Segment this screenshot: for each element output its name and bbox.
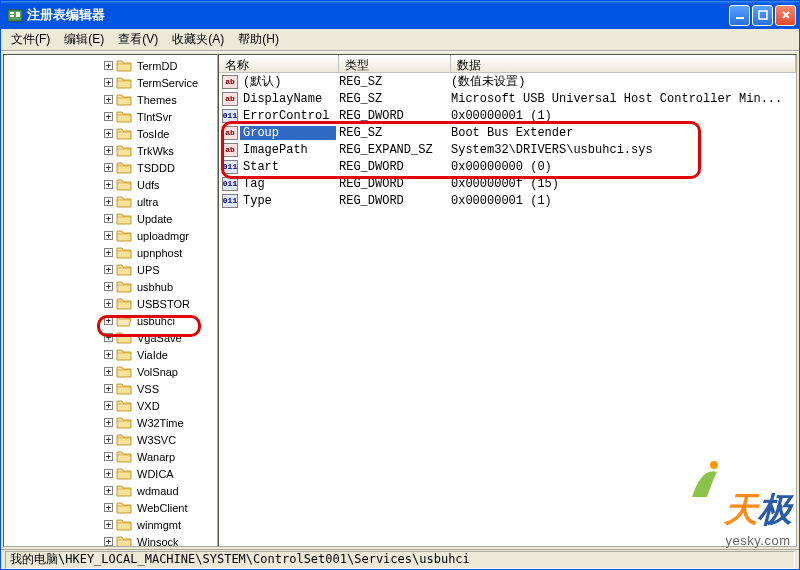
tree-item-label: TermDD [135, 60, 179, 72]
tree-item[interactable]: +Update [4, 210, 217, 227]
value-row[interactable]: 011TagREG_DWORD0x0000000f (15) [219, 175, 796, 192]
tree-item-label: W3SVC [135, 434, 178, 446]
value-row[interactable]: 011ErrorControlREG_DWORD0x00000001 (1) [219, 107, 796, 124]
value-row[interactable]: 011StartREG_DWORD0x00000000 (0) [219, 158, 796, 175]
tree-item[interactable]: +uploadmgr [4, 227, 217, 244]
column-data[interactable]: 数据 [451, 55, 796, 72]
expand-icon[interactable]: + [104, 112, 113, 121]
tree-item[interactable]: +Udfs [4, 176, 217, 193]
tree-item-label: Update [135, 213, 174, 225]
column-type[interactable]: 类型 [339, 55, 451, 72]
value-name: ImagePath [240, 143, 336, 157]
tree-item[interactable]: +W32Time [4, 414, 217, 431]
expand-icon[interactable]: + [104, 401, 113, 410]
string-value-icon: ab [222, 143, 238, 157]
value-type: REG_SZ [336, 75, 448, 89]
content-area: +TermDD+TermService+Themes+TlntSvr+TosId… [1, 51, 799, 549]
value-name: Tag [240, 177, 336, 191]
expand-icon[interactable]: + [104, 333, 113, 342]
tree-item[interactable]: +Themes [4, 91, 217, 108]
expand-icon[interactable]: + [104, 197, 113, 206]
tree-item[interactable]: +usbhub [4, 278, 217, 295]
tree-item[interactable]: +Wanarp [4, 448, 217, 465]
folder-icon [116, 229, 132, 243]
close-button[interactable] [775, 5, 796, 26]
tree-item[interactable]: +VXD [4, 397, 217, 414]
expand-icon[interactable]: + [104, 469, 113, 478]
tree-item[interactable]: +USBSTOR [4, 295, 217, 312]
expand-icon[interactable]: + [104, 265, 113, 274]
tree-item-label: WDICA [135, 468, 176, 480]
folder-icon [116, 467, 132, 481]
minimize-button[interactable] [729, 5, 750, 26]
tree-pane[interactable]: +TermDD+TermService+Themes+TlntSvr+TosId… [3, 54, 218, 547]
tree-item[interactable]: +ViaIde [4, 346, 217, 363]
maximize-button[interactable] [752, 5, 773, 26]
tree-item[interactable]: +upnphost [4, 244, 217, 261]
tree-item[interactable]: +TermService [4, 74, 217, 91]
value-type: REG_DWORD [336, 109, 448, 123]
expand-icon[interactable]: + [104, 537, 113, 546]
expand-icon[interactable]: + [104, 231, 113, 240]
tree-item[interactable]: +VgaSave [4, 329, 217, 346]
expand-icon[interactable]: + [104, 214, 113, 223]
value-row[interactable]: ab(默认)REG_SZ(数值未设置) [219, 73, 796, 90]
tree-item[interactable]: +TermDD [4, 57, 217, 74]
tree-item[interactable]: +UPS [4, 261, 217, 278]
list-body[interactable]: ab(默认)REG_SZ(数值未设置)abDisplayNameREG_SZMi… [219, 73, 796, 546]
tree-item[interactable]: +winmgmt [4, 516, 217, 533]
folder-icon [116, 399, 132, 413]
tree-item[interactable]: +wdmaud [4, 482, 217, 499]
titlebar[interactable]: 注册表编辑器 [1, 1, 799, 29]
tree-item[interactable]: +WebClient [4, 499, 217, 516]
value-row[interactable]: abImagePathREG_EXPAND_SZSystem32\DRIVERS… [219, 141, 796, 158]
expand-icon[interactable]: + [104, 248, 113, 257]
expand-icon[interactable]: + [104, 163, 113, 172]
expand-icon[interactable]: + [104, 435, 113, 444]
menu-file[interactable]: 文件(F) [5, 29, 56, 50]
expand-icon[interactable]: + [104, 316, 113, 325]
menu-edit[interactable]: 编辑(E) [58, 29, 110, 50]
string-value-icon: ab [222, 75, 238, 89]
tree-item[interactable]: +ultra [4, 193, 217, 210]
list-header: 名称 类型 数据 [219, 55, 796, 73]
menu-help[interactable]: 帮助(H) [232, 29, 285, 50]
expand-icon[interactable]: + [104, 350, 113, 359]
tree-item-label: TermService [135, 77, 200, 89]
expand-icon[interactable]: + [104, 61, 113, 70]
expand-icon[interactable]: + [104, 503, 113, 512]
expand-icon[interactable]: + [104, 299, 113, 308]
expand-icon[interactable]: + [104, 367, 113, 376]
column-name[interactable]: 名称 [219, 55, 339, 72]
tree-item[interactable]: +Winsock [4, 533, 217, 547]
expand-icon[interactable]: + [104, 384, 113, 393]
tree-item[interactable]: +TlntSvr [4, 108, 217, 125]
value-row[interactable]: abDisplayNameREG_SZMicrosoft USB Univers… [219, 90, 796, 107]
menu-view[interactable]: 查看(V) [112, 29, 164, 50]
expand-icon[interactable]: + [104, 180, 113, 189]
expand-icon[interactable]: + [104, 452, 113, 461]
expand-icon[interactable]: + [104, 78, 113, 87]
expand-icon[interactable]: + [104, 95, 113, 104]
tree-item[interactable]: +usbuhci [4, 312, 217, 329]
expand-icon[interactable]: + [104, 146, 113, 155]
value-row[interactable]: 011TypeREG_DWORD0x00000001 (1) [219, 192, 796, 209]
tree-item[interactable]: +W3SVC [4, 431, 217, 448]
tree-item[interactable]: +TrkWks [4, 142, 217, 159]
tree-item[interactable]: +VSS [4, 380, 217, 397]
tree-item[interactable]: +TosIde [4, 125, 217, 142]
expand-icon[interactable]: + [104, 129, 113, 138]
tree-item-label: winmgmt [135, 519, 183, 531]
expand-icon[interactable]: + [104, 486, 113, 495]
tree-item[interactable]: +WDICA [4, 465, 217, 482]
binary-value-icon: 011 [222, 160, 238, 174]
tree-item[interactable]: +TSDDD [4, 159, 217, 176]
folder-icon [116, 127, 132, 141]
expand-icon[interactable]: + [104, 520, 113, 529]
value-row[interactable]: abGroupREG_SZBoot Bus Extender [219, 124, 796, 141]
value-type: REG_EXPAND_SZ [336, 143, 448, 157]
expand-icon[interactable]: + [104, 418, 113, 427]
expand-icon[interactable]: + [104, 282, 113, 291]
tree-item[interactable]: +VolSnap [4, 363, 217, 380]
menu-favorites[interactable]: 收藏夹(A) [166, 29, 230, 50]
